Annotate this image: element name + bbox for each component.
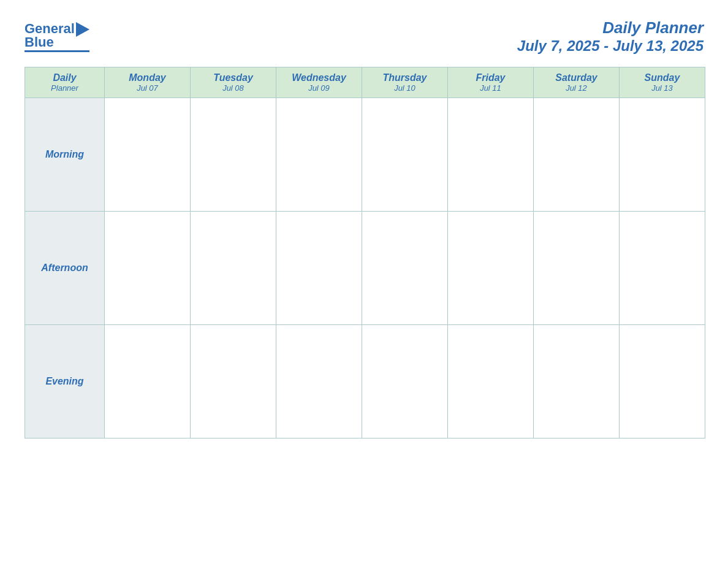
table-header-row: Daily Planner Monday Jul 07 Tuesday Jul …	[25, 67, 705, 98]
cell-morning-tuesday[interactable]	[191, 98, 276, 212]
cell-afternoon-saturday[interactable]	[534, 212, 620, 325]
table-header-sunday: Sunday Jul 13	[620, 67, 705, 98]
page-header: General Blue Daily Planner July 7, 2025 …	[25, 18, 703, 55]
cell-morning-sunday[interactable]	[620, 98, 705, 212]
cell-morning-wednesday[interactable]	[276, 98, 362, 212]
logo-underline	[25, 50, 89, 52]
cell-evening-friday[interactable]	[448, 325, 534, 439]
logo-triangle-icon	[76, 22, 89, 37]
cell-morning-monday[interactable]	[105, 98, 191, 212]
cell-morning-friday[interactable]	[448, 98, 534, 212]
cell-evening-wednesday[interactable]	[276, 325, 362, 439]
cell-evening-saturday[interactable]	[534, 325, 620, 439]
cell-evening-tuesday[interactable]	[191, 325, 276, 439]
cell-afternoon-tuesday[interactable]	[191, 212, 276, 325]
cell-morning-saturday[interactable]	[534, 98, 620, 212]
row-label-afternoon: Afternoon	[25, 212, 105, 325]
table-row-morning: Morning	[25, 98, 705, 212]
table-header-thursday: Thursday Jul 10	[362, 67, 448, 98]
cell-afternoon-friday[interactable]	[448, 212, 534, 325]
title-block: Daily Planner July 7, 2025 - July 13, 20…	[517, 18, 703, 55]
date-range: July 7, 2025 - July 13, 2025	[517, 37, 703, 55]
table-header-saturday: Saturday Jul 12	[534, 67, 620, 98]
cell-evening-thursday[interactable]	[362, 325, 448, 439]
cell-afternoon-monday[interactable]	[105, 212, 191, 325]
row-label-morning: Morning	[25, 98, 105, 212]
table-header-friday: Friday Jul 11	[448, 67, 534, 98]
row-label-evening: Evening	[25, 325, 105, 439]
cell-afternoon-wednesday[interactable]	[276, 212, 362, 325]
table-row-afternoon: Afternoon	[25, 212, 705, 325]
cell-morning-thursday[interactable]	[362, 98, 448, 212]
table-header-monday: Monday Jul 07	[105, 67, 191, 98]
table-header-wednesday: Wednesday Jul 09	[276, 67, 362, 98]
cell-evening-sunday[interactable]	[620, 325, 705, 439]
cell-afternoon-sunday[interactable]	[620, 212, 705, 325]
table-row-evening: Evening	[25, 325, 705, 439]
logo: General Blue	[25, 21, 89, 52]
cell-afternoon-thursday[interactable]	[362, 212, 448, 325]
table-header-tuesday: Tuesday Jul 08	[191, 67, 276, 98]
main-title: Daily Planner	[517, 18, 703, 37]
planner-table: Daily Planner Monday Jul 07 Tuesday Jul …	[25, 67, 705, 439]
logo-blue-text: Blue	[25, 36, 54, 49]
cell-evening-monday[interactable]	[105, 325, 191, 439]
logo-text: General	[25, 22, 75, 36]
table-header-label: Daily Planner	[25, 67, 105, 98]
